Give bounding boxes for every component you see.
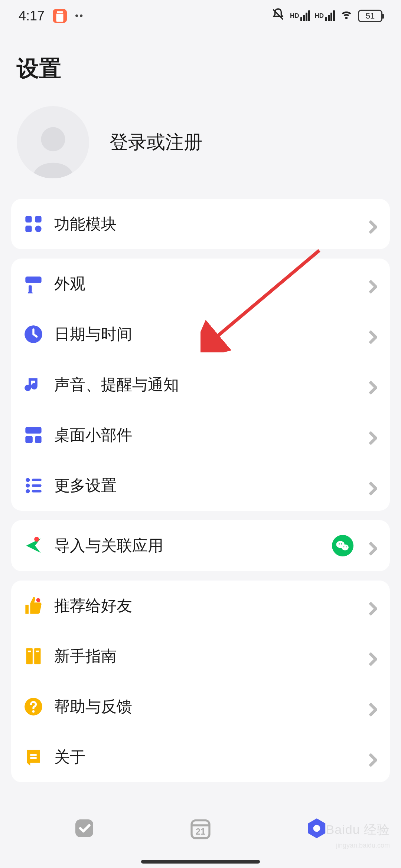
- about-icon: [24, 747, 43, 767]
- svg-rect-28: [28, 651, 31, 652]
- watermark: Baidu 经验: [326, 821, 390, 838]
- svg-point-40: [313, 825, 320, 832]
- row-sound-notification[interactable]: 声音、提醒与通知: [11, 359, 390, 410]
- svg-rect-32: [30, 754, 36, 756]
- signal-2-icon: HD: [314, 10, 335, 21]
- svg-rect-1: [25, 216, 32, 222]
- row-date-time[interactable]: 日期与时间: [11, 309, 390, 359]
- chevron-right-icon: [368, 330, 377, 339]
- status-bar: 4:17 •• HD HD 51: [0, 0, 401, 32]
- wechat-icon: [332, 535, 353, 556]
- clock-icon: [24, 325, 43, 344]
- svg-rect-13: [32, 479, 42, 481]
- avatar-placeholder: [17, 106, 89, 178]
- svg-point-23: [343, 546, 345, 548]
- svg-point-18: [34, 537, 39, 542]
- svg-rect-36: [75, 819, 93, 837]
- page-title: 设置: [0, 32, 401, 91]
- svg-point-22: [341, 543, 342, 545]
- settings-group-4: 推荐给好友 新手指南 帮助与反馈 关于: [11, 581, 390, 782]
- signal-1-icon: HD: [290, 10, 310, 21]
- wifi-icon: [339, 7, 353, 24]
- row-label: 声音、提醒与通知: [54, 374, 357, 395]
- svg-point-12: [26, 478, 30, 482]
- chevron-right-icon: [368, 220, 377, 228]
- watermark-sub: jingyan.baidu.com: [336, 842, 390, 849]
- svg-point-4: [35, 226, 41, 232]
- login-register-label: 登录或注册: [110, 130, 202, 155]
- row-recommend[interactable]: 推荐给好友: [11, 581, 390, 631]
- svg-rect-15: [32, 484, 42, 487]
- row-label: 更多设置: [54, 475, 357, 496]
- chevron-right-icon: [368, 702, 377, 711]
- row-label: 日期与时间: [54, 324, 357, 345]
- svg-rect-2: [35, 216, 41, 222]
- row-label: 导入与关联应用: [54, 535, 321, 556]
- settings-group-3: 导入与关联应用: [11, 520, 390, 571]
- import-icon: [24, 536, 43, 555]
- chevron-right-icon: [368, 753, 377, 762]
- svg-point-25: [36, 598, 40, 602]
- row-about[interactable]: 关于: [11, 732, 390, 782]
- chevron-right-icon: [368, 431, 377, 440]
- battery-icon: 51: [358, 10, 382, 22]
- mute-icon: [271, 7, 286, 25]
- row-modules[interactable]: 功能模块: [11, 199, 390, 249]
- svg-rect-9: [25, 427, 41, 433]
- row-label: 新手指南: [54, 646, 357, 667]
- svg-rect-33: [30, 757, 36, 759]
- more-notifications-icon: ••: [75, 10, 84, 22]
- row-label: 外观: [54, 273, 357, 294]
- svg-point-7: [28, 291, 33, 294]
- chevron-right-icon: [368, 601, 377, 610]
- guide-icon: [24, 647, 43, 666]
- svg-point-16: [26, 489, 30, 493]
- svg-rect-11: [35, 436, 41, 443]
- music-icon: [24, 375, 43, 394]
- svg-rect-5: [25, 277, 41, 283]
- svg-point-24: [346, 546, 347, 548]
- help-icon: [24, 697, 43, 716]
- row-label: 帮助与反馈: [54, 696, 357, 717]
- svg-point-21: [339, 543, 340, 545]
- notification-app-icon: [53, 9, 67, 23]
- row-widgets[interactable]: 桌面小部件: [11, 410, 390, 460]
- row-label: 桌面小部件: [54, 425, 357, 445]
- row-import-link[interactable]: 导入与关联应用: [11, 520, 390, 571]
- status-time: 4:17: [19, 8, 45, 24]
- chevron-right-icon: [368, 279, 377, 288]
- svg-point-31: [32, 710, 35, 713]
- chevron-right-icon: [368, 380, 377, 389]
- more-settings-icon: [24, 476, 43, 495]
- svg-point-0: [41, 127, 65, 151]
- settings-group-2: 外观 日期与时间 声音、提醒与通知 桌面小部件 更多设置: [11, 259, 390, 511]
- svg-rect-6: [29, 285, 32, 292]
- appearance-icon: [24, 274, 43, 293]
- widget-icon: [24, 425, 43, 445]
- row-label: 关于: [54, 747, 357, 767]
- thumbs-up-icon: [24, 596, 43, 615]
- svg-rect-17: [32, 490, 42, 493]
- modules-icon: [24, 214, 43, 234]
- nav-calendar[interactable]: 21: [188, 815, 213, 841]
- status-right: HD HD 51: [271, 7, 382, 25]
- row-label: 推荐给好友: [54, 595, 357, 616]
- chevron-right-icon: [368, 481, 377, 490]
- svg-point-20: [342, 545, 349, 550]
- svg-rect-10: [25, 436, 33, 443]
- svg-rect-3: [25, 226, 32, 232]
- row-appearance[interactable]: 外观: [11, 259, 390, 309]
- row-help-feedback[interactable]: 帮助与反馈: [11, 681, 390, 732]
- row-label: 功能模块: [54, 214, 357, 234]
- settings-group-1: 功能模块: [11, 199, 390, 249]
- svg-point-14: [26, 484, 30, 488]
- home-indicator[interactable]: [141, 860, 260, 864]
- svg-rect-29: [36, 651, 39, 652]
- chevron-right-icon: [368, 541, 377, 550]
- profile-section[interactable]: 登录或注册: [0, 91, 401, 199]
- nav-tasks[interactable]: [71, 815, 97, 841]
- row-more-settings[interactable]: 更多设置: [11, 460, 390, 511]
- status-left: 4:17 ••: [19, 8, 84, 24]
- row-guide[interactable]: 新手指南: [11, 631, 390, 681]
- chevron-right-icon: [368, 652, 377, 661]
